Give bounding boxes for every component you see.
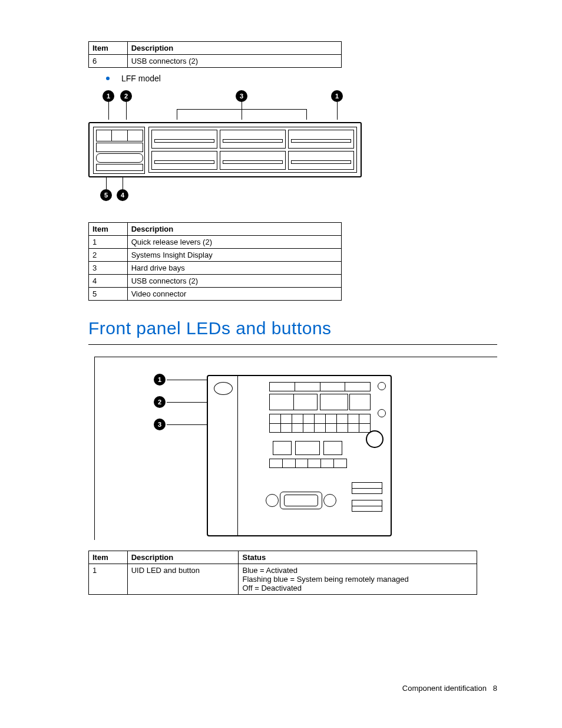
cell-item: 5 <box>89 288 128 301</box>
led-status-table: Item Description Status 1 UID LED and bu… <box>88 551 477 595</box>
table-row: 4 USB connectors (2) <box>89 275 342 288</box>
th-status: Status <box>239 551 477 564</box>
panel-callout-3: 3 <box>154 419 166 430</box>
front-panel-diagram: 1 2 3 <box>94 357 497 540</box>
cell-item: 1 <box>89 564 128 595</box>
th-item: Item <box>89 42 128 55</box>
section-rule <box>88 344 497 345</box>
drive-bays <box>148 127 357 173</box>
lff-components-table: Item Description 1 Quick release levers … <box>88 222 342 301</box>
table-row: 3 Hard drive bays <box>89 262 342 275</box>
panel-callout-1: 1 <box>154 374 166 386</box>
callout-5: 5 <box>100 189 112 201</box>
table-row: 1 Quick release levers (2) <box>89 236 342 249</box>
callout-1-top-right: 1 <box>331 90 343 102</box>
table-continued: Item Description 6 USB connectors (2) <box>88 41 342 68</box>
th-item: Item <box>89 223 128 236</box>
page-footer: Component identification 8 <box>402 684 497 693</box>
th-item: Item <box>89 551 128 564</box>
table-row: 2 Systems Insight Display <box>89 249 342 262</box>
hp-logo-icon <box>214 382 233 395</box>
footer-label: Component identification <box>402 684 487 693</box>
th-description: Description <box>127 42 341 55</box>
cell-status: Blue = Activated Flashing blue = System … <box>239 564 477 595</box>
th-description: Description <box>127 551 239 564</box>
cell-item: 1 <box>89 236 128 249</box>
cell-item: 2 <box>89 249 128 262</box>
panel-callout-2: 2 <box>154 396 166 408</box>
table-row: 6 USB connectors (2) <box>89 55 342 68</box>
cell-description: Hard drive bays <box>127 262 341 275</box>
table-row: 5 Video connector <box>89 288 342 301</box>
callout-4: 4 <box>117 189 128 201</box>
server-chassis-diagram: 1 2 3 1 <box>88 90 497 205</box>
chassis-body <box>88 122 362 177</box>
bullet-label: LFF model <box>121 74 161 83</box>
section-title: Front panel LEDs and buttons <box>88 318 497 338</box>
cell-description: USB connectors (2) <box>127 275 341 288</box>
cell-description: USB connectors (2) <box>127 55 341 68</box>
bullet-item: LFF model <box>106 74 497 83</box>
cell-item: 3 <box>89 262 128 275</box>
chassis-left-panel <box>93 127 145 174</box>
cell-description: UID LED and button <box>127 564 239 595</box>
bullet-icon <box>106 77 110 80</box>
callout-1-top-left: 1 <box>103 90 114 102</box>
callout-3: 3 <box>236 90 247 102</box>
cell-item: 6 <box>89 55 128 68</box>
th-description: Description <box>127 223 341 236</box>
cell-item: 4 <box>89 275 128 288</box>
footer-page: 8 <box>493 684 497 693</box>
table-row: 1 UID LED and button Blue = Activated Fl… <box>89 564 477 595</box>
cell-description: Systems Insight Display <box>127 249 341 262</box>
cell-description: Quick release levers (2) <box>127 236 341 249</box>
panel-box <box>207 375 392 536</box>
callout-2: 2 <box>120 90 132 102</box>
cell-description: Video connector <box>127 288 341 301</box>
